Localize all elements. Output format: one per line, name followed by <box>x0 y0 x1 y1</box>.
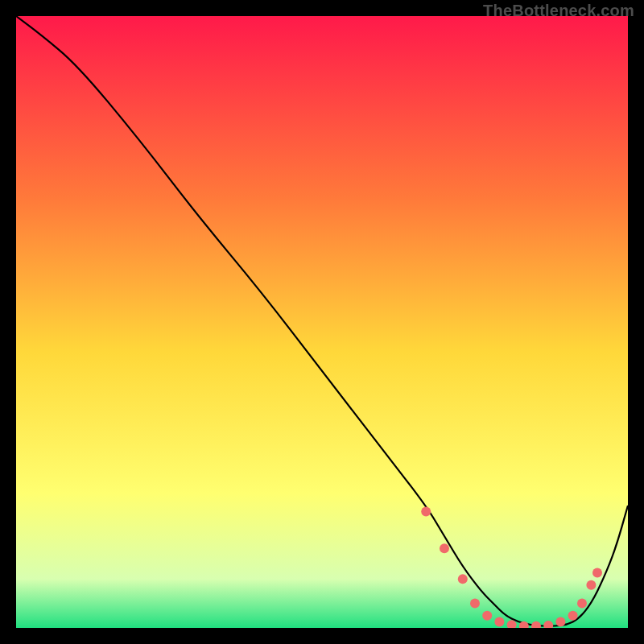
gradient-background <box>16 16 628 628</box>
marker-dot <box>458 574 468 584</box>
marker-dot <box>577 599 587 609</box>
marker-dot <box>586 580 596 590</box>
chart-svg <box>16 16 628 628</box>
marker-dot <box>482 611 492 621</box>
plot-area <box>16 16 628 628</box>
marker-dot <box>440 543 449 553</box>
chart-frame: TheBottleneck.com <box>0 0 644 644</box>
marker-dot <box>555 617 565 626</box>
marker-dot <box>421 507 431 517</box>
marker-dot <box>470 599 480 609</box>
marker-dot <box>494 617 504 626</box>
marker-dot <box>568 611 578 621</box>
marker-dot <box>592 568 602 578</box>
